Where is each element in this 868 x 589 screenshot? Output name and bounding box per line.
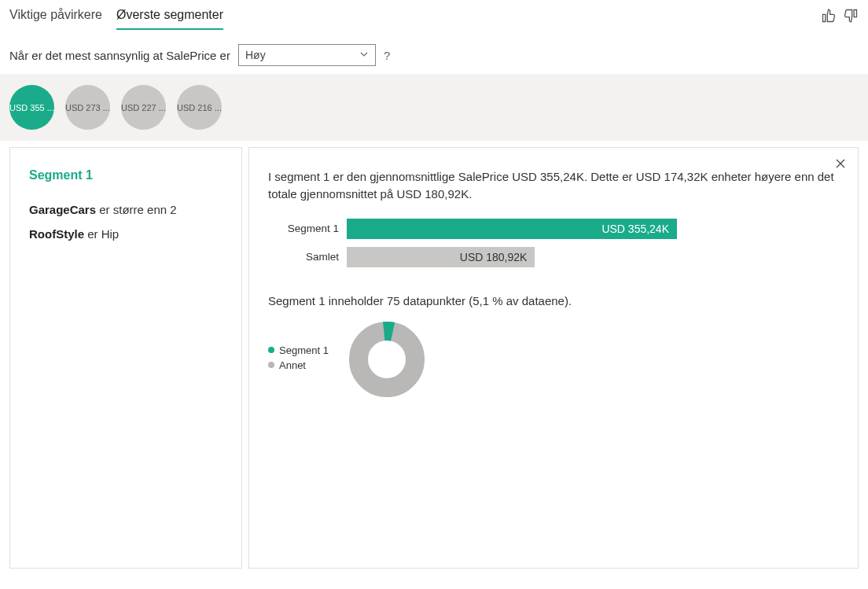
- segment-summary-text: I segment 1 er den gjennomsnittlige Sale…: [268, 168, 834, 203]
- help-icon[interactable]: ?: [384, 49, 390, 62]
- condition-field: GarageCars: [29, 203, 96, 216]
- legend-row-segment: Segment 1: [268, 344, 329, 356]
- condition-row: RoofStyle er Hip: [29, 227, 223, 241]
- bar-value-overall: USD 180,92K: [460, 251, 528, 263]
- thumbs-up-icon[interactable]: [821, 8, 837, 26]
- condition-field: RoofStyle: [29, 227, 84, 241]
- chevron-down-icon: [359, 49, 369, 61]
- bar-segment: USD 355,24K: [347, 219, 677, 239]
- tab-key-influencers[interactable]: Viktige påvirkere: [9, 3, 102, 30]
- bar-overall: USD 180,92K: [347, 247, 535, 267]
- segment-conditions-panel: Segment 1 GarageCars er større enn 2 Roo…: [9, 147, 242, 569]
- donut-chart: [348, 320, 426, 399]
- legend-row-other: Annet: [268, 359, 329, 371]
- condition-row: GarageCars er større enn 2: [29, 203, 223, 216]
- segment-bubble-2[interactable]: USD 273 ...: [65, 85, 110, 130]
- bar-label-segment: Segment 1: [268, 223, 347, 234]
- filter-dropdown[interactable]: Høy: [238, 44, 376, 66]
- segment-detail-panel: I segment 1 er den gjennomsnittlige Sale…: [248, 147, 859, 569]
- segment-bubble-3[interactable]: USD 227 ...: [121, 85, 166, 130]
- close-icon[interactable]: [834, 157, 847, 172]
- thumbs-down-icon[interactable]: [843, 8, 859, 26]
- condition-rest: er større enn 2: [96, 203, 177, 216]
- segment-bubble-4[interactable]: USD 216 ...: [177, 85, 222, 130]
- segment-bubble-1[interactable]: USD 355 ...: [9, 85, 54, 130]
- filter-prefix: Når er det mest sannsynlig at SalePrice …: [9, 49, 230, 62]
- legend-dot-other: [268, 362, 274, 368]
- tab-top-segments[interactable]: Øverste segmenter: [116, 3, 223, 30]
- bar-value-segment: USD 355,24K: [601, 223, 669, 235]
- tab-strip: Viktige påvirkere Øverste segmenter: [9, 3, 223, 30]
- legend-dot-segment: [268, 347, 274, 353]
- dropdown-selected: Høy: [245, 49, 266, 61]
- segment-title: Segment 1: [29, 168, 223, 182]
- filter-row: Når er det mest sannsynlig at SalePrice …: [0, 30, 868, 74]
- donut-legend: Segment 1 Annet: [268, 344, 329, 374]
- bar-label-overall: Samlet: [268, 251, 347, 263]
- segment-bubble-strip: USD 355 ... USD 273 ... USD 227 ... USD …: [0, 74, 868, 141]
- comparison-bar-chart: Segment 1 USD 355,24K Samlet USD 180,92K: [268, 219, 839, 267]
- donut-intro-text: Segment 1 inneholder 75 datapunkter (5,1…: [268, 294, 839, 307]
- legend-label-segment: Segment 1: [279, 344, 329, 356]
- condition-rest: er Hip: [84, 227, 119, 241]
- legend-label-other: Annet: [279, 359, 306, 371]
